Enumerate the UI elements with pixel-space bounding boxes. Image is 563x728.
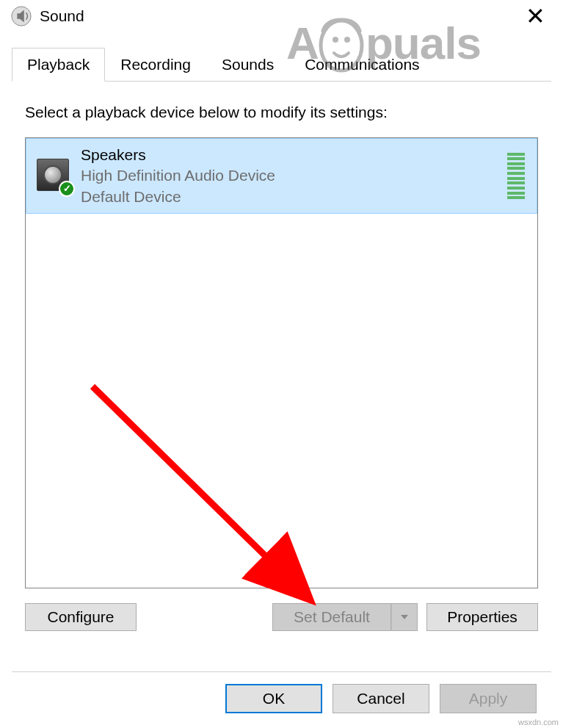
device-description: High Definition Audio Device: [81, 165, 507, 186]
sound-icon: [10, 5, 32, 27]
tab-recording[interactable]: Recording: [105, 48, 206, 82]
cancel-button[interactable]: Cancel: [333, 684, 429, 713]
device-icon-wrap: ✓: [37, 159, 72, 194]
instruction-text: Select a playback device below to modify…: [25, 104, 538, 121]
dialog-footer: OK Cancel Apply: [12, 671, 551, 728]
wsxdn-watermark: wsxdn.com: [518, 718, 559, 727]
volume-level-meter: [507, 153, 525, 200]
device-status: Default Device: [81, 187, 507, 207]
content-area: Playback Recording Sounds Communications…: [0, 32, 563, 728]
titlebar: Sound ✕: [0, 0, 563, 32]
tab-sounds[interactable]: Sounds: [206, 48, 289, 82]
tab-content-playback: Select a playback device below to modify…: [0, 82, 563, 671]
window-title: Sound: [40, 7, 514, 25]
configure-button[interactable]: Configure: [25, 603, 137, 631]
tab-playback[interactable]: Playback: [12, 48, 105, 82]
tab-row: Playback Recording Sounds Communications: [12, 47, 551, 82]
device-button-row: Configure Set Default Properties: [25, 603, 538, 631]
properties-button[interactable]: Properties: [426, 603, 538, 631]
sound-dialog: Sound ✕ Playback Recording Sounds Commun…: [0, 0, 563, 728]
playback-device-list[interactable]: ✓ Speakers High Definition Audio Device …: [25, 137, 538, 588]
set-default-button: Set Default: [272, 603, 391, 631]
close-button[interactable]: ✕: [514, 4, 557, 28]
tab-communications[interactable]: Communications: [289, 48, 435, 82]
device-item-speakers[interactable]: ✓ Speakers High Definition Audio Device …: [26, 138, 537, 214]
device-text: Speakers High Definition Audio Device De…: [81, 145, 507, 207]
set-default-dropdown-icon: [391, 603, 418, 631]
default-check-icon: ✓: [59, 181, 75, 197]
device-name: Speakers: [81, 145, 507, 165]
ok-button[interactable]: OK: [225, 684, 322, 713]
apply-button: Apply: [440, 684, 537, 713]
